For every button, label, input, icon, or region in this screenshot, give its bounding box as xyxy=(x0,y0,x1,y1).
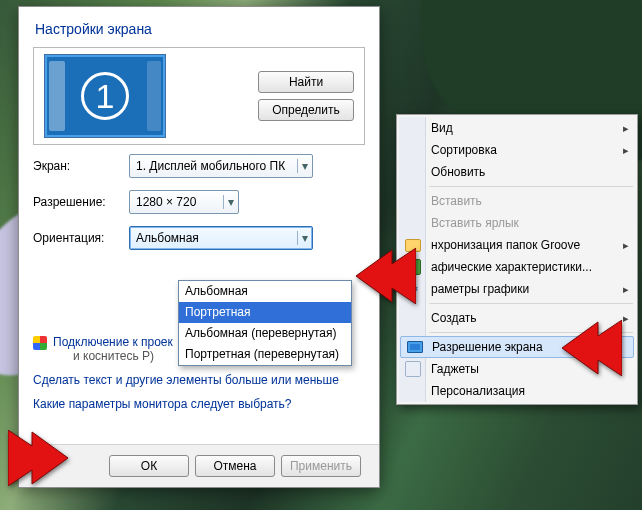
orientation-option[interactable]: Портретная (перевернутая) xyxy=(179,344,351,365)
orientation-label: Ориентация: xyxy=(33,231,129,245)
ctx-groove[interactable]: нхронизация папок Groove xyxy=(399,234,635,256)
resolution-combo-value: 1280 × 720 xyxy=(136,195,196,209)
projector-hint: и коснитесь P) xyxy=(73,349,154,363)
orientation-option[interactable]: Альбомная xyxy=(179,281,351,302)
textsize-link[interactable]: Сделать текст и другие элементы больше и… xyxy=(33,373,339,387)
svg-marker-2 xyxy=(8,430,68,486)
ctx-gfx-characteristics[interactable]: афические характеристики... xyxy=(399,256,635,278)
ctx-paste-shortcut: Вставить ярлык xyxy=(399,212,635,234)
windows-flag-icon xyxy=(33,336,47,350)
screen-settings-dialog: Настройки экрана 1 Найти Определить Экра… xyxy=(18,6,380,488)
screen-combo[interactable]: 1. Дисплей мобильного ПК ▾ xyxy=(129,154,313,178)
chevron-down-icon: ▾ xyxy=(297,159,308,173)
ctx-sort[interactable]: Сортировка xyxy=(399,139,635,161)
monitor-number: 1 xyxy=(81,72,129,120)
ctx-gfx-params[interactable]: ⚙раметры графики xyxy=(399,278,635,300)
ctx-view[interactable]: Вид xyxy=(399,117,635,139)
orientation-option[interactable]: Портретная xyxy=(179,302,351,323)
orientation-combo-value: Альбомная xyxy=(136,231,199,245)
chevron-down-icon: ▾ xyxy=(223,195,234,209)
detect-button[interactable]: Определить xyxy=(258,99,354,121)
display-preview-box: 1 Найти Определить xyxy=(33,47,365,145)
screen-combo-value: 1. Дисплей мобильного ПК xyxy=(136,159,285,173)
screen-label: Экран: xyxy=(33,159,129,173)
svg-marker-1 xyxy=(562,320,622,376)
resolution-label: Разрешение: xyxy=(33,195,129,209)
resolution-combo[interactable]: 1280 × 720 ▾ xyxy=(129,190,239,214)
orientation-combo[interactable]: Альбомная ▾ xyxy=(129,226,313,250)
gadget-icon xyxy=(405,361,421,377)
arrow-annotation-icon xyxy=(356,248,416,304)
projector-link[interactable]: Подключение к проек xyxy=(53,335,173,349)
find-button[interactable]: Найти xyxy=(258,71,354,93)
arrow-annotation-icon xyxy=(562,320,622,376)
ctx-refresh[interactable]: Обновить xyxy=(399,161,635,183)
svg-marker-0 xyxy=(356,248,416,304)
which-settings-link[interactable]: Какие параметры монитора следует выбрать… xyxy=(33,397,292,411)
chevron-down-icon: ▾ xyxy=(297,231,308,245)
ctx-personalize[interactable]: Персонализация xyxy=(399,380,635,402)
orientation-dropdown: Альбомная Портретная Альбомная (переверн… xyxy=(178,280,352,366)
apply-button[interactable]: Применить xyxy=(281,455,361,477)
orientation-option[interactable]: Альбомная (перевернутая) xyxy=(179,323,351,344)
cancel-button[interactable]: Отмена xyxy=(195,455,275,477)
ok-button[interactable]: ОК xyxy=(109,455,189,477)
dialog-title: Настройки экрана xyxy=(33,17,365,47)
ctx-paste: Вставить xyxy=(399,190,635,212)
monitor-thumbnail[interactable]: 1 xyxy=(44,54,166,138)
arrow-annotation-icon xyxy=(8,430,68,486)
monitor-icon xyxy=(407,341,423,353)
dialog-button-bar: ОК Отмена Применить xyxy=(19,444,379,487)
